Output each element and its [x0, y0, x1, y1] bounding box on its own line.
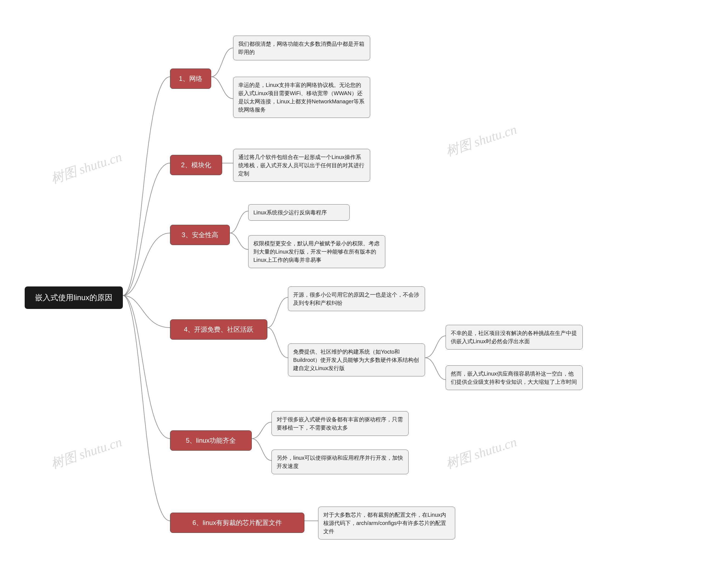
watermark: 树图 shutu.cn: [48, 148, 124, 187]
leaf-node: 对于大多数芯片，都有裁剪的配置文件，在Linux内核源代码下，arch/arm/…: [318, 506, 455, 540]
branch-modular: 2、模块化: [170, 155, 222, 175]
branch-security: 3、安全性高: [170, 225, 230, 245]
watermark: 树图 shutu.cn: [443, 121, 519, 160]
watermark: 树图 shutu.cn: [48, 433, 124, 473]
watermark: 树图 shutu.cn: [443, 433, 519, 473]
branch-network: 1、网络: [170, 68, 211, 89]
leaf-node: 免费提供、社区维护的构建系统（如Yocto和Buildroot）使开发人员能够为…: [288, 343, 425, 377]
branch-chipconfig: 6、linux有剪裁的芯片配置文件: [170, 512, 305, 533]
leaf-node: 我们都很清楚，网络功能在大多数消费品中都是开箱即用的: [233, 36, 370, 60]
leaf-node: 通过将几个软件包组合在一起形成一个Linux操作系统堆栈，嵌入式开发人员可以出于…: [233, 149, 370, 182]
leaf-node: 不幸的是，社区项目没有解决的各种挑战在生产中提供嵌入式Linux时必然会浮出水面: [446, 325, 583, 349]
leaf-node: 开源，很多小公司用它的原因之一也是这个，不会涉及到专利和产权纠纷: [288, 286, 425, 311]
branch-opensource: 4、开源免费、社区活跃: [170, 319, 267, 340]
root-node: 嵌入式使用linux的原因: [25, 286, 123, 309]
leaf-node: 对于很多嵌入式硬件设备都有丰富的驱动程序，只需要移植一下，不需要改动太多: [271, 411, 408, 436]
leaf-node: 幸运的是，Linux支持丰富的网络协议栈。无论您的嵌入式Linux项目需要WiF…: [233, 77, 370, 118]
leaf-node: 然而，嵌入式Linux供应商很容易填补这一空白，他们提供企业级支持和专业知识，大…: [446, 365, 583, 390]
leaf-node: 另外，linux可以使得驱动和应用程序并行开发，加快开发速度: [271, 450, 408, 474]
branch-functional: 5、linux功能齐全: [170, 430, 252, 451]
leaf-node: Linux系统很少运行反病毒程序: [248, 204, 350, 221]
leaf-node: 权限模型更安全，默认用户被赋予最小的权限。考虑到大量的Linux发行版，开发一种…: [248, 235, 385, 268]
